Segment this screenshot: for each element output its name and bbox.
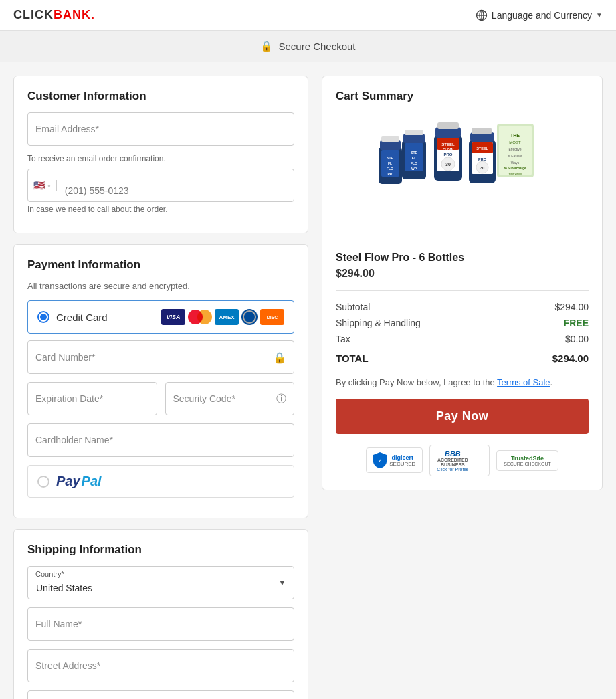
card-fields: Card Number* 🔒 Expiration Date* Security…	[27, 340, 294, 457]
street-address-input[interactable]	[27, 649, 294, 682]
tax-label: Tax	[336, 334, 350, 344]
bbb-text2: ACCREDITED	[437, 458, 468, 462]
discover-icon: DISC	[260, 309, 284, 325]
svg-rect-22	[437, 122, 459, 129]
expiration-input[interactable]	[27, 382, 157, 415]
paypal-logo: Pay Pal	[56, 474, 102, 489]
shipping-value: FREE	[564, 318, 589, 328]
svg-text:FL: FL	[388, 161, 392, 165]
us-flag-icon: 🇺🇸	[33, 180, 45, 191]
svg-text:Ways: Ways	[511, 161, 520, 165]
terms-before: By clicking Pay Now below, I agree to th…	[336, 377, 497, 387]
phone-dot: ●	[47, 183, 51, 189]
logo-click: CLICK	[13, 8, 54, 21]
product-image-area: STE FL FLO PR STE EL FLO WP	[336, 114, 589, 241]
security-code-group: Security Code* ⓘ	[165, 382, 295, 415]
svg-text:STEEL: STEEL	[476, 146, 488, 151]
card-number-group: Card Number* 🔒	[27, 340, 294, 374]
credit-card-label: Credit Card	[56, 312, 155, 323]
full-name-input[interactable]	[27, 607, 294, 641]
bbb-badge: BBB ACCREDITED BUSINESS Click for Profil…	[429, 445, 490, 476]
card-icons: VISA AMEX DISC	[161, 309, 284, 325]
tax-value: $0.00	[565, 334, 589, 344]
main-content: Customer Information Email Address* To r…	[0, 62, 616, 699]
terms-text: By clicking Pay Now below, I agree to th…	[336, 376, 589, 389]
svg-text:EL: EL	[412, 156, 416, 160]
svg-text:Effective: Effective	[508, 147, 521, 151]
visa-icon: VISA	[161, 309, 185, 325]
shipping-row: Shipping & Handling FREE	[336, 315, 589, 331]
svg-text:FLO: FLO	[411, 161, 417, 165]
product-price: $294.00	[336, 268, 589, 280]
phone-helper-text: In case we need to call about the order.	[27, 205, 294, 214]
bbb-text1: BBB	[437, 450, 468, 458]
terms-after: .	[550, 377, 553, 387]
paypal-pal-text: Pal	[82, 474, 102, 489]
svg-text:FLOW: FLOW	[478, 152, 488, 156]
svg-text:STE: STE	[411, 151, 417, 155]
security-code-input[interactable]	[165, 382, 295, 415]
phone-flag: 🇺🇸 ●	[28, 180, 57, 191]
country-select[interactable]: United States Canada United Kingdom Aust…	[27, 566, 294, 599]
svg-text:FLOW: FLOW	[443, 148, 454, 152]
trusted-text1: TrustedSite	[504, 455, 550, 462]
card-number-input[interactable]	[27, 340, 294, 374]
total-row: TOTAL $294.00	[336, 350, 589, 367]
cardholder-name-group: Cardholder Name*	[27, 423, 294, 457]
svg-text:PR: PR	[388, 172, 393, 176]
shipping-info-card: Shipping Information Country* United Sta…	[13, 529, 308, 699]
logo-dot: .	[91, 8, 95, 21]
bbb-text3: BUSINESS	[437, 462, 468, 467]
paypal-radio[interactable]	[37, 476, 49, 488]
bbb-text4: Click for Profile	[437, 467, 468, 472]
terms-of-sale-link[interactable]: Terms of Sale	[497, 377, 550, 387]
subtotal-row: Subtotal $294.00	[336, 299, 589, 315]
email-group: Email Address*	[27, 112, 294, 146]
paypal-pay-text: Pay	[56, 474, 80, 489]
svg-text:to Supercharge: to Supercharge	[504, 167, 526, 170]
svg-rect-5	[380, 140, 401, 150]
credit-card-option[interactable]: Credit Card VISA AMEX DISC	[27, 300, 294, 334]
pay-now-button[interactable]: Pay Now	[336, 399, 589, 434]
full-name-group: Full Name*	[27, 607, 294, 641]
lang-currency-label: Language and Currency	[492, 10, 592, 21]
info-icon: ⓘ	[276, 393, 286, 405]
shipping-label: Shipping & Handling	[336, 318, 421, 328]
right-column: Cart Summary STE FL FLO PR	[322, 76, 603, 699]
credit-card-radio[interactable]	[37, 311, 49, 323]
cardholder-name-input[interactable]	[27, 423, 294, 457]
svg-text:PRO: PRO	[443, 153, 452, 157]
secure-checkout-banner: 🔒 Secure Checkout	[0, 31, 616, 62]
paypal-option[interactable]: Pay Pal	[27, 465, 294, 498]
svg-text:WP: WP	[411, 167, 417, 171]
cart-summary-title: Cart Summary	[336, 90, 589, 103]
digicert-badge: ✓ digicert SECURED	[366, 447, 423, 473]
svg-text:30: 30	[480, 166, 485, 170]
svg-text:THE: THE	[510, 133, 520, 138]
svg-text:PRO: PRO	[478, 157, 487, 161]
header: CLICKBANK. Language and Currency ▼	[0, 0, 616, 31]
svg-text:✓: ✓	[378, 458, 382, 463]
trusted-text2: SECURE CHECKOUT	[504, 462, 550, 466]
logo: CLICKBANK.	[13, 8, 95, 22]
product-image: STE FL FLO PR STE EL FLO WP	[369, 114, 556, 241]
apt-suite-group: Apt / Suite / Other	[27, 690, 294, 699]
email-input[interactable]	[27, 112, 294, 146]
chevron-down-icon: ▼	[596, 11, 603, 19]
trustedsite-badge: TrustedSite SECURE CHECKOUT	[496, 450, 558, 471]
svg-text:MOST: MOST	[509, 140, 521, 144]
language-currency-button[interactable]: Language and Currency ▼	[476, 9, 603, 21]
phone-input[interactable]	[57, 169, 294, 201]
apt-suite-input[interactable]	[27, 690, 294, 699]
phone-group: Phone Number* 🇺🇸 ●	[27, 169, 294, 202]
mastercard-icon	[188, 309, 212, 325]
cart-summary-card: Cart Summary STE FL FLO PR	[322, 76, 603, 490]
left-column: Customer Information Email Address* To r…	[13, 76, 308, 699]
payment-info-card: Payment Information All transactions are…	[13, 244, 308, 518]
tax-row: Tax $0.00	[336, 331, 589, 347]
amex-icon: AMEX	[215, 309, 239, 325]
cart-divider	[336, 290, 589, 291]
shipping-info-title: Shipping Information	[27, 543, 294, 557]
svg-rect-6	[381, 136, 399, 142]
svg-rect-13	[403, 134, 425, 143]
